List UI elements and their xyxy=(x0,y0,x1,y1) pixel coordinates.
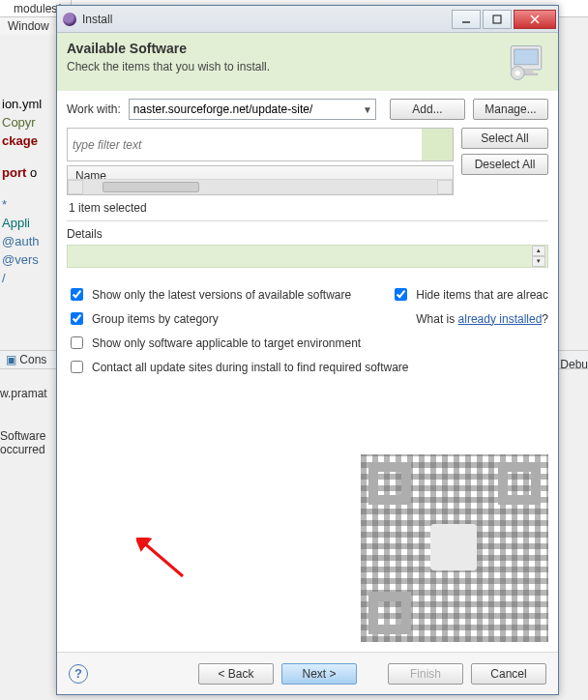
scroll-left-icon[interactable] xyxy=(68,180,83,194)
chk-latest-versions[interactable] xyxy=(71,288,83,301)
work-with-label: Work with: xyxy=(67,102,121,116)
what-is-text: What is already installed? xyxy=(416,312,548,326)
chk-target-env[interactable] xyxy=(71,336,83,349)
cancel-button[interactable]: Cancel xyxy=(471,663,546,685)
next-button[interactable]: Next > xyxy=(281,663,357,685)
help-button[interactable]: ? xyxy=(69,664,88,684)
chk-latest-label: Show only the latest versions of availab… xyxy=(92,288,351,302)
chk-hide-label: Hide items that are alreac xyxy=(416,288,548,302)
selection-status: 1 item selected xyxy=(67,195,548,220)
work-with-combo[interactable] xyxy=(129,99,376,120)
dropdown-arrow-icon[interactable]: ▼ xyxy=(363,104,372,115)
chk-group-label: Group items by category xyxy=(92,312,219,326)
banner-title: Available Software xyxy=(67,41,504,56)
banner: Available Software Check the items that … xyxy=(57,33,558,91)
arrow-annotation xyxy=(136,538,194,582)
svg-point-9 xyxy=(515,71,520,75)
bg-code: port xyxy=(2,165,26,180)
eclipse-icon xyxy=(63,13,76,26)
install-icon xyxy=(506,43,546,83)
chk-group-category[interactable] xyxy=(71,312,83,325)
spinner-up-icon[interactable]: ▴ xyxy=(532,246,545,256)
svg-rect-5 xyxy=(514,49,539,65)
qr-code-watermark xyxy=(361,454,548,642)
bg-text: w.pramat xyxy=(0,387,56,400)
bg-code: * xyxy=(0,197,56,212)
bg-text: Software xyxy=(0,429,56,443)
spinner-down-icon[interactable]: ▾ xyxy=(532,256,545,267)
horizontal-scrollbar[interactable] xyxy=(68,179,453,194)
dialog-title: Install xyxy=(82,13,451,26)
bg-code: / xyxy=(0,271,56,285)
add-button[interactable]: Add... xyxy=(390,99,465,120)
bg-code: @auth xyxy=(0,234,56,248)
maximize-button[interactable] xyxy=(483,10,512,29)
deselect-all-button[interactable]: Deselect All xyxy=(461,154,548,175)
manage-button[interactable]: Manage... xyxy=(473,99,548,120)
bg-code: Copyr xyxy=(0,115,56,130)
finish-button[interactable]: Finish xyxy=(388,663,463,685)
back-button[interactable]: < Back xyxy=(198,663,274,685)
svg-rect-1 xyxy=(493,15,501,23)
close-button[interactable] xyxy=(514,10,556,29)
bg-code: ckage xyxy=(0,133,56,148)
chk-contact-label: Contact all update sites during install … xyxy=(92,361,409,374)
details-label: Details xyxy=(67,227,548,241)
debug-view-tab[interactable]: Debu xyxy=(560,358,588,371)
select-all-button[interactable]: Select All xyxy=(461,128,548,149)
filter-input[interactable] xyxy=(67,128,454,161)
chk-hide-installed[interactable] xyxy=(395,288,407,301)
scroll-thumb[interactable] xyxy=(103,182,199,192)
bg-code: @vers xyxy=(0,252,56,267)
svg-line-10 xyxy=(142,541,183,576)
chk-contact-sites[interactable] xyxy=(71,361,83,373)
scroll-right-icon[interactable] xyxy=(437,180,453,194)
bg-file-tab: ion.yml xyxy=(0,97,56,111)
console-view-tab[interactable]: Cons xyxy=(19,353,46,366)
minimize-button[interactable] xyxy=(452,10,481,29)
banner-subtitle: Check the items that you wish to install… xyxy=(67,60,504,73)
titlebar[interactable]: Install xyxy=(57,6,558,33)
bg-code: Appli xyxy=(0,216,56,230)
already-installed-link[interactable]: already installed xyxy=(458,312,543,326)
install-dialog: Install Available Software Check the ite… xyxy=(56,5,559,695)
chk-target-label: Show only software applicable to target … xyxy=(92,336,361,350)
details-field[interactable]: ▴▾ xyxy=(67,245,548,268)
software-tree[interactable]: Name ▸ ERMaster xyxy=(67,165,454,195)
bg-text: occurred xyxy=(0,443,56,456)
bg-menu-window[interactable]: Window xyxy=(0,17,57,35)
